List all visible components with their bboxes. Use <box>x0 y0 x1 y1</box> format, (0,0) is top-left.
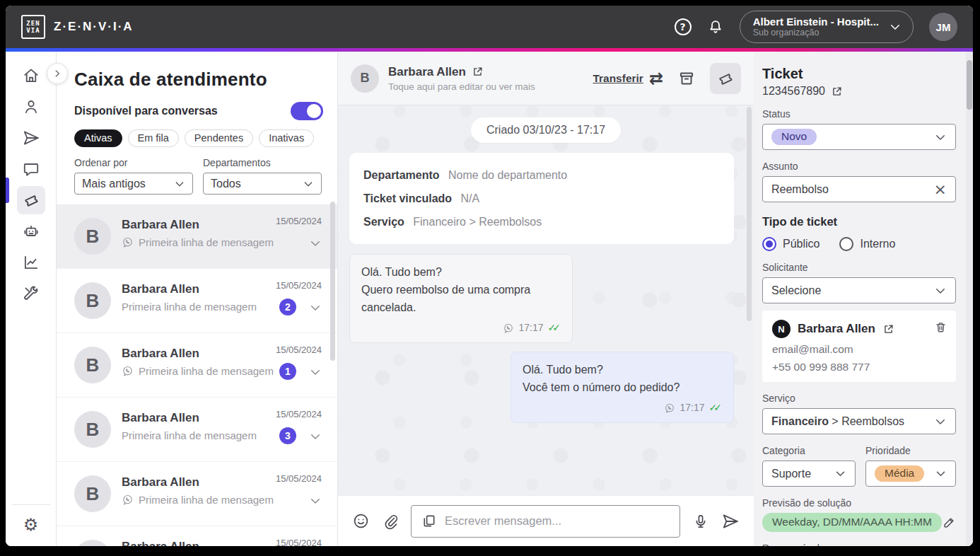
nav-rail: ⚙ <box>6 52 57 546</box>
filter-chip-pendentes[interactable]: Pendentes <box>185 129 253 147</box>
list-item[interactable]: B Barbara Allen 15/05/2024 <box>57 526 337 546</box>
sidebar-item-bots[interactable] <box>17 217 45 245</box>
chat-header[interactable]: B Barbara Allen Toque aqui para editar o… <box>338 52 754 105</box>
radio-selected-icon <box>762 237 776 251</box>
external-link-icon[interactable] <box>882 323 894 335</box>
sidebar-item-campaigns[interactable] <box>17 124 45 152</box>
avatar: B <box>74 282 111 319</box>
chevron-down-icon <box>303 178 314 190</box>
chevron-down-icon <box>309 301 322 314</box>
sidebar-item-tools[interactable] <box>17 279 45 308</box>
sort-select[interactable]: Mais antigos <box>74 173 193 195</box>
message-time: 17:17 <box>679 399 704 417</box>
emoji-button[interactable] <box>352 512 370 530</box>
avatar: B <box>74 411 111 448</box>
inbox-scrollbar[interactable] <box>330 202 335 361</box>
organization-switcher[interactable]: Albert Einstein - Hospit... Sub organiza… <box>740 11 914 43</box>
service-value-bold: Financeiro <box>771 415 829 427</box>
info-service-label: Serviço <box>363 216 404 228</box>
delivered-check-icon: ✓✓ <box>548 319 561 337</box>
transfer-button[interactable]: Transferir ⇄ <box>593 70 663 87</box>
user-avatar[interactable]: JM <box>929 13 957 41</box>
voice-record-button[interactable] <box>692 513 709 530</box>
priority-badge: Média <box>875 465 924 482</box>
sidebar-expand-button[interactable] <box>47 63 68 84</box>
filter-chip-inativas[interactable]: Inativas <box>259 129 314 147</box>
requester-select[interactable]: Selecione <box>762 277 956 303</box>
sidebar-item-contacts[interactable] <box>17 93 45 121</box>
subject-input[interactable]: Reembolso × <box>762 176 956 202</box>
external-link-icon[interactable] <box>831 86 843 98</box>
notifications-bell-icon[interactable] <box>707 18 724 35</box>
remove-contact-button[interactable] <box>934 320 947 334</box>
radio-internal[interactable]: Interno <box>839 237 895 251</box>
filter-chip-ativas[interactable]: Ativas <box>74 129 122 147</box>
conversation-date: 15/05/2024 <box>276 538 322 546</box>
requester-value: Selecione <box>771 284 821 297</box>
list-item[interactable]: B Barbara Allen Primeira linha de mensag… <box>57 333 337 398</box>
service-select[interactable]: Financeiro > Reembolsos <box>762 408 956 434</box>
inbox-panel: Caixa de atendimento Disponível para con… <box>57 52 338 546</box>
radio-public[interactable]: Público <box>762 237 819 251</box>
category-label: Categoria <box>762 445 856 456</box>
availability-toggle[interactable] <box>291 102 323 120</box>
conversation-name: Barbara Allen <box>122 475 199 490</box>
department-select[interactable]: Todos <box>203 173 322 195</box>
status-badge: Novo <box>771 129 817 145</box>
ticket-number: 1234567890 <box>762 85 825 98</box>
delivered-check-icon: ✓✓ <box>709 399 722 417</box>
ticket-scrollbar-track <box>966 52 973 546</box>
template-copy-icon[interactable] <box>421 513 437 529</box>
chevron-down-icon <box>309 366 322 378</box>
department-value: Todos <box>211 178 241 190</box>
settings-gear-icon[interactable]: ⚙ <box>23 516 39 533</box>
priority-select[interactable]: Média <box>865 461 956 487</box>
chart-icon <box>22 253 40 272</box>
message-history[interactable]: Criado 03/10/23 - 17:17 Departamento Nom… <box>338 105 754 495</box>
status-filter-chips: Ativas Em fila Pendentes Inativas <box>74 129 323 147</box>
forecast-label: Previsão de solução <box>762 497 956 509</box>
list-item[interactable]: B Barbara Allen Primeira linha de mensag… <box>57 204 337 269</box>
filter-chip-em-fila[interactable]: Em fila <box>128 129 179 147</box>
sidebar-item-chats[interactable] <box>17 155 45 183</box>
pencil-icon <box>943 516 956 529</box>
sidebar-item-reports[interactable] <box>17 248 45 277</box>
whatsapp-icon <box>122 236 134 248</box>
chat-contact-name: Barbara Allen <box>388 65 466 79</box>
list-item[interactable]: B Barbara Allen Primeira linha de mensag… <box>57 398 337 462</box>
ticket-details-button[interactable] <box>710 63 741 94</box>
radio-unselected-icon <box>839 237 853 251</box>
app-window: ZEN VIA Z·E·N·V·I·A ? Albert Einstein - … <box>6 6 973 546</box>
send-message-button[interactable] <box>721 512 740 531</box>
message-input[interactable] <box>445 514 670 528</box>
sidebar-item-home[interactable] <box>17 62 45 90</box>
attach-button[interactable] <box>382 513 399 530</box>
chevron-down-icon <box>309 430 322 443</box>
list-item[interactable]: B Barbara Allen Primeira linha de mensag… <box>57 269 337 333</box>
conversation-preview: Primeira linha de mensagem <box>139 365 274 377</box>
edit-forecast-button[interactable] <box>943 516 956 529</box>
conversation-name: Barbara Allen <box>122 282 199 296</box>
robot-icon <box>22 222 40 241</box>
unread-badge: 3 <box>279 427 296 444</box>
unread-badge: 1 <box>279 363 296 380</box>
status-select[interactable]: Novo <box>762 124 956 150</box>
ticket-icon <box>716 69 735 88</box>
conversation-preview: Primeira linha de mensagem <box>139 494 274 506</box>
sidebar-item-service-inbox[interactable] <box>17 186 45 214</box>
clear-icon[interactable]: × <box>934 183 947 197</box>
department-label: Departamentos <box>203 157 322 168</box>
transfer-label: Transferir <box>593 72 643 85</box>
conversation-name: Barbara Allen <box>122 347 199 361</box>
ticket-scrollbar[interactable] <box>967 60 972 110</box>
avatar: B <box>74 540 111 546</box>
info-linked-ticket-value: N/A <box>461 192 480 204</box>
archive-button[interactable] <box>677 69 696 88</box>
list-item[interactable]: B Barbara Allen Primeira linha de mensag… <box>57 462 337 526</box>
chevron-down-icon <box>889 21 902 33</box>
chevron-down-icon <box>934 131 947 144</box>
chat-scrollbar[interactable] <box>747 107 752 321</box>
category-select[interactable]: Suporte <box>762 461 856 487</box>
help-icon[interactable]: ? <box>675 18 692 35</box>
priority-label: Prioridade <box>865 445 956 456</box>
